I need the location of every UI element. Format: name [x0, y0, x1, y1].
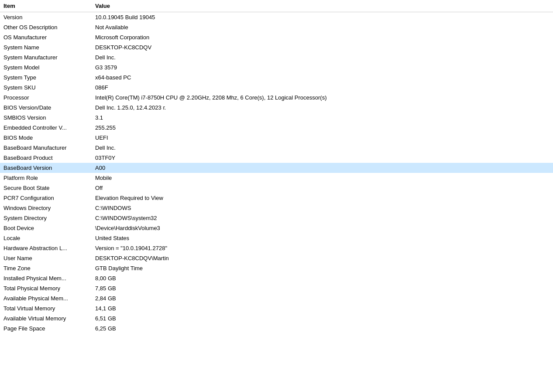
table-cell-value: GTB Daylight Time [92, 263, 553, 273]
table-cell-item: Other OS Description [0, 22, 92, 32]
table-cell-item: BaseBoard Manufacturer [0, 143, 92, 153]
table-cell-value: Dell Inc. [92, 52, 553, 62]
table-row: Time ZoneGTB Daylight Time [0, 263, 553, 273]
table-cell-item: Hardware Abstraction L... [0, 243, 92, 253]
table-cell-value: A00 [92, 163, 553, 173]
table-cell-value: C:\WINDOWS [92, 203, 553, 213]
table-row: System ModelG3 3579 [0, 62, 553, 72]
system-info-table-container: Item Value Version10.0.19045 Build 19045… [0, 0, 553, 392]
table-cell-item: Available Virtual Memory [0, 313, 92, 323]
table-row: Version10.0.19045 Build 19045 [0, 12, 553, 23]
table-cell-item: SMBIOS Version [0, 113, 92, 123]
table-cell-item: Locale [0, 233, 92, 243]
table-cell-value: 3.1 [92, 113, 553, 123]
table-row: Secure Boot StateOff [0, 183, 553, 193]
table-cell-item: OS Manufacturer [0, 32, 92, 42]
table-row: BIOS Version/DateDell Inc. 1.25.0, 12.4.… [0, 103, 553, 113]
table-cell-value: 7,85 GB [92, 283, 553, 293]
table-row: Total Virtual Memory14,1 GB [0, 303, 553, 313]
table-cell-item: System Manufacturer [0, 52, 92, 62]
table-cell-value: Mobile [92, 173, 553, 183]
table-cell-item: Secure Boot State [0, 183, 92, 193]
table-row: Available Physical Mem...2,84 GB [0, 293, 553, 303]
table-cell-value: C:\WINDOWS\system32 [92, 213, 553, 223]
table-cell-item: User Name [0, 253, 92, 263]
table-cell-item: Boot Device [0, 223, 92, 233]
table-cell-item: BaseBoard Version [0, 163, 92, 173]
table-header-row: Item Value [0, 0, 553, 12]
table-cell-value: 14,1 GB [92, 303, 553, 313]
table-row: BaseBoard Product03TF0Y [0, 153, 553, 163]
table-row: BaseBoard ManufacturerDell Inc. [0, 143, 553, 153]
table-cell-value: UEFI [92, 133, 553, 143]
table-row: User NameDESKTOP-KC8CDQV\Martin [0, 253, 553, 263]
table-cell-item: Page File Space [0, 323, 92, 334]
table-row: System Typex64-based PC [0, 72, 553, 83]
table-row: Other OS DescriptionNot Available [0, 22, 553, 32]
table-cell-value: 10.0.19045 Build 19045 [92, 12, 553, 23]
table-row: BIOS ModeUEFI [0, 133, 553, 143]
table-cell-value: G3 3579 [92, 62, 553, 72]
table-cell-value: 255.255 [92, 123, 553, 133]
table-row: PCR7 ConfigurationElevation Required to … [0, 193, 553, 203]
table-cell-item: Processor [0, 93, 92, 103]
table-row: System NameDESKTOP-KC8CDQV [0, 42, 553, 52]
table-row: Boot Device\Device\HarddiskVolume3 [0, 223, 553, 233]
table-cell-value: 8,00 GB [92, 273, 553, 283]
table-cell-item: BIOS Mode [0, 133, 92, 143]
table-cell-value: Not Available [92, 22, 553, 32]
table-cell-item: System Type [0, 72, 92, 83]
table-row: Embedded Controller V...255.255 [0, 123, 553, 133]
table-cell-item: System Name [0, 42, 92, 52]
system-info-table: Item Value Version10.0.19045 Build 19045… [0, 0, 553, 334]
table-row: Total Physical Memory7,85 GB [0, 283, 553, 293]
table-cell-value: Elevation Required to View [92, 193, 553, 203]
table-cell-item: System Directory [0, 213, 92, 223]
table-cell-value: 03TF0Y [92, 153, 553, 163]
table-cell-value: 6,25 GB [92, 323, 553, 334]
table-cell-value: United States [92, 233, 553, 243]
table-row: System DirectoryC:\WINDOWS\system32 [0, 213, 553, 223]
table-cell-item: Version [0, 12, 92, 23]
table-cell-value: \Device\HarddiskVolume3 [92, 223, 553, 233]
table-cell-item: Installed Physical Mem... [0, 273, 92, 283]
table-row: Windows DirectoryC:\WINDOWS [0, 203, 553, 213]
table-cell-item: System Model [0, 62, 92, 72]
table-row: SMBIOS Version3.1 [0, 113, 553, 123]
table-row: BaseBoard VersionA00 [0, 163, 553, 173]
table-cell-value: Dell Inc. 1.25.0, 12.4.2023 г. [92, 103, 553, 113]
column-header-value: Value [92, 0, 553, 12]
table-row: Installed Physical Mem...8,00 GB [0, 273, 553, 283]
table-cell-value: Off [92, 183, 553, 193]
table-cell-item: BaseBoard Product [0, 153, 92, 163]
table-row: System SKU086F [0, 83, 553, 93]
table-row: LocaleUnited States [0, 233, 553, 243]
table-row: System ManufacturerDell Inc. [0, 52, 553, 62]
table-row: Available Virtual Memory6,51 GB [0, 313, 553, 323]
table-cell-value: 6,51 GB [92, 313, 553, 323]
table-row: Hardware Abstraction L...Version = "10.0… [0, 243, 553, 253]
table-cell-value: Version = "10.0.19041.2728" [92, 243, 553, 253]
table-cell-value: x64-based PC [92, 72, 553, 83]
table-row: OS ManufacturerMicrosoft Corporation [0, 32, 553, 42]
table-cell-value: 2,84 GB [92, 293, 553, 303]
table-row: Page File Space6,25 GB [0, 323, 553, 334]
table-cell-item: Windows Directory [0, 203, 92, 213]
table-cell-item: System SKU [0, 83, 92, 93]
table-cell-item: Available Physical Mem... [0, 293, 92, 303]
table-cell-item: Total Virtual Memory [0, 303, 92, 313]
table-cell-item: BIOS Version/Date [0, 103, 92, 113]
table-cell-value: Microsoft Corporation [92, 32, 553, 42]
table-cell-value: Intel(R) Core(TM) i7-8750H CPU @ 2.20GHz… [92, 93, 553, 103]
table-cell-value: DESKTOP-KC8CDQV [92, 42, 553, 52]
table-cell-item: Platform Role [0, 173, 92, 183]
table-cell-item: PCR7 Configuration [0, 193, 92, 203]
table-cell-value: Dell Inc. [92, 143, 553, 153]
column-header-item: Item [0, 0, 92, 12]
table-cell-item: Time Zone [0, 263, 92, 273]
table-row: ProcessorIntel(R) Core(TM) i7-8750H CPU … [0, 93, 553, 103]
table-cell-value: 086F [92, 83, 553, 93]
table-row: Platform RoleMobile [0, 173, 553, 183]
table-cell-item: Embedded Controller V... [0, 123, 92, 133]
table-cell-value: DESKTOP-KC8CDQV\Martin [92, 253, 553, 263]
